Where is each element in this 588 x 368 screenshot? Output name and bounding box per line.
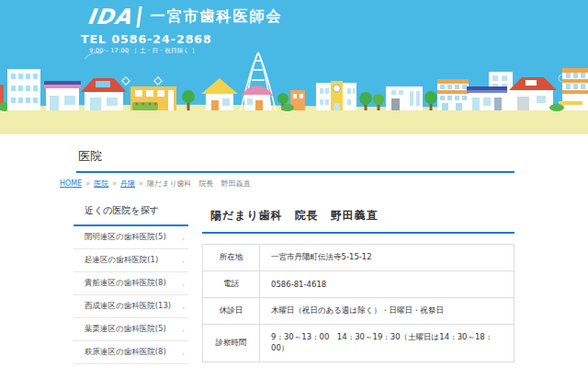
sidebar-item-kifune[interactable]: 貴船連区の歯科医院(8) › [74, 272, 188, 295]
sidebar-item-label: 西成連区の歯科医院(13) [85, 301, 171, 312]
row-label-phone: 電話 [203, 271, 260, 298]
breadcrumb-home-link[interactable]: HOME [60, 179, 82, 188]
sidebar-item-kaimei[interactable]: 開明連区の歯科医院(5) › [74, 226, 188, 249]
table-row: 診察時間 9：30～13：00 14：30～19：30（土曜日は14：30～18… [203, 325, 514, 362]
sidebar-item-label: 葉栗連区の歯科医院(5) [85, 324, 166, 335]
chevron-right-icon: › [182, 305, 185, 312]
table-row: 所在地 一宮市丹陽町伝法寺5-15-12 [203, 245, 514, 271]
row-label-closed-days: 休診日 [203, 298, 260, 325]
breadcrumb-section-link[interactable]: 医院 [94, 179, 108, 188]
town-illustration-banner [0, 50, 588, 134]
clinic-detail: 陽だまり歯科 院長 野田義直 所在地 一宮市丹陽町伝法寺5-15-12 電話 0… [202, 196, 514, 368]
sidebar-title: 近くの医院を探す [74, 196, 188, 226]
chevron-right-icon: › [182, 282, 185, 289]
chevron-right-icon: › [182, 259, 185, 266]
table-row: 電話 0586-81-4618 [203, 271, 514, 298]
clinic-heading: 陽だまり歯科 院長 野田義直 [202, 196, 514, 234]
town-illustration [0, 50, 588, 134]
office-hours: 9:00 - 17:00 ［ 土・日・祝日除く ］ [81, 47, 212, 55]
breadcrumb: HOME医院丹陽陽だまり歯科 院長 野田義直 [57, 178, 514, 189]
sidebar-item-label: 開明連区の歯科医院(5) [85, 232, 166, 243]
dental-association-logo-icon: IDA [85, 6, 142, 28]
row-value-closed-days: 木曜日（祝日のある週は除く）・日曜日・祝祭日 [260, 298, 514, 325]
sidebar-item-label: 起連区の歯科医院(1) [85, 255, 158, 266]
row-value-phone: 0586-81-4618 [260, 271, 514, 298]
content-area: 医院 HOME医院丹陽陽だまり歯科 院長 野田義直 近くの医院を探す 開明連区の… [57, 134, 514, 368]
sidebar-item-label: 貴船連区の歯科医院(8) [85, 278, 166, 289]
breadcrumb-district-link[interactable]: 丹陽 [120, 179, 135, 188]
sidebar-item-kamiyama[interactable]: 神山連区の歯科医院(10) › [74, 364, 188, 368]
site-title: 一宮市歯科医師会 [150, 7, 282, 27]
sidebar-item-nishinari[interactable]: 西成連区の歯科医院(13) › [74, 295, 188, 318]
chevron-right-icon: › [182, 236, 185, 243]
table-row: 休診日 木曜日（祝日のある週は除く）・日曜日・祝祭日 [203, 298, 514, 325]
chevron-right-icon: › [182, 351, 185, 358]
clinic-info-table: 所在地 一宮市丹陽町伝法寺5-15-12 電話 0586-81-4618 休診日… [202, 244, 514, 362]
page-title: 医院 [76, 146, 514, 173]
sidebar-item-haguri[interactable]: 葉栗連区の歯科医院(5) › [74, 318, 188, 341]
row-label-hours: 診察時間 [203, 325, 260, 362]
chevron-right-icon: › [182, 328, 185, 335]
sidebar-item-label: 萩原連区の歯科医院(8) [85, 347, 166, 358]
row-value-hours: 9：30～13：00 14：30～19：30（土曜日は14：30～18：00） [260, 325, 514, 362]
phone-number: TEL 0586-24-2868 [81, 32, 212, 46]
row-label-address: 所在地 [203, 245, 260, 271]
site-logo[interactable]: IDA 一宮市歯科医師会 [87, 6, 282, 28]
sidebar-nearby-clinics: 近くの医院を探す 開明連区の歯科医院(5) › 起連区の歯科医院(1) › 貴船… [74, 196, 188, 368]
breadcrumb-current: 陽だまり歯科 院長 野田義直 [147, 179, 251, 188]
sidebar-item-hagiwara[interactable]: 萩原連区の歯科医院(8) › [74, 341, 188, 364]
row-value-address: 一宮市丹陽町伝法寺5-15-12 [260, 245, 514, 271]
contact-info: TEL 0586-24-2868 9:00 - 17:00 ［ 土・日・祝日除く… [81, 32, 212, 55]
sidebar-item-okoshi[interactable]: 起連区の歯科医院(1) › [74, 249, 188, 272]
site-header: IDA 一宮市歯科医師会 TEL 0586-24-2868 9:00 - 17:… [0, 0, 588, 50]
